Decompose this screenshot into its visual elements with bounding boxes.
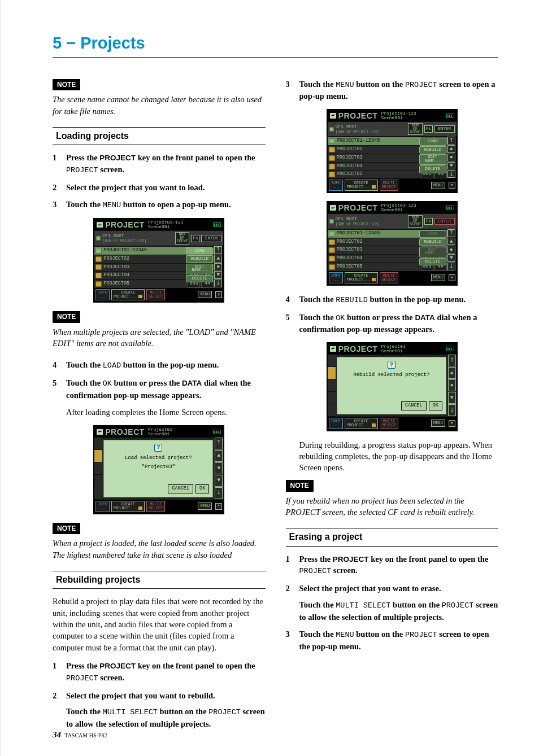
body-text: Rebuild a project to play data files tha… <box>53 596 266 653</box>
col-enter[interactable]: ENTER <box>201 235 221 242</box>
scroll-bottom-icon[interactable]: ⤓ <box>215 487 223 499</box>
scroll-up-icon[interactable]: ▲ <box>447 145 455 153</box>
scroll-thumb-icon[interactable]: ● <box>215 462 223 474</box>
footer-info-button[interactable]: INFO... <box>329 272 343 283</box>
back-icon[interactable]: ↩ <box>330 205 336 211</box>
scroll-up-icon[interactable]: ▲ <box>215 450 223 462</box>
col-fs[interactable]: Fs <box>424 125 433 133</box>
footer-menu-button[interactable]: MENU <box>198 502 212 510</box>
footer-create-button[interactable]: CREATEPROJECT... <box>345 180 378 191</box>
footer-menu-button[interactable]: MENU <box>431 182 445 189</box>
back-icon[interactable]: ↩ <box>330 346 336 352</box>
scroll-sidebar[interactable]: ⤒ ▲ ● ▼ ⤓ <box>447 229 455 271</box>
scroll-sidebar[interactable]: ⤒ ▲ ● ▼ ⤓ <box>214 246 222 288</box>
col-fs[interactable]: Fs <box>191 235 199 242</box>
scroll-down-icon[interactable]: ▼ <box>447 254 455 262</box>
popup-edit-name-button[interactable]: EDITNAME... <box>419 154 446 165</box>
footer-multi-button[interactable]: MULTISELECT <box>380 272 398 283</box>
footer-menu-button[interactable]: MENU <box>431 274 445 281</box>
scroll-top-icon[interactable]: ⤒ <box>447 229 455 237</box>
scroll-sidebar[interactable]: ⤒ ▲ ● ▼ ⤓ <box>215 438 223 500</box>
scroll-top-icon[interactable]: ⤒ <box>214 246 222 254</box>
footer-multi-button[interactable]: MULTISELECT <box>380 418 398 429</box>
menu-close-icon[interactable]: ▾ <box>449 182 455 189</box>
footer-create-button[interactable]: CREATEPROJECT... <box>111 289 145 300</box>
step-body: Touch the MENU button on the PROJECT scr… <box>299 78 499 102</box>
menu-close-icon[interactable]: ▾ <box>215 291 222 298</box>
footer-multi-button[interactable]: MULTISELECT <box>380 180 398 191</box>
footer-menu-button[interactable]: MENU <box>431 419 445 427</box>
scroll-top-icon[interactable]: ⤒ <box>447 137 455 145</box>
menu-close-icon[interactable]: ▾ <box>449 274 455 281</box>
step-number: 1 <box>53 152 60 176</box>
scroll-top-icon[interactable]: ⤒ <box>215 438 223 449</box>
scroll-bottom-icon[interactable]: ⤓ <box>447 263 455 270</box>
back-icon[interactable]: ↩ <box>97 222 103 228</box>
folder-icon <box>95 281 102 287</box>
step-number: 4 <box>53 359 60 372</box>
popup-edit-name-button[interactable]: EDITNAME... <box>186 264 213 274</box>
menu-close-icon[interactable]: ▾ <box>215 503 222 510</box>
scroll-thumb-icon[interactable]: ● <box>447 154 455 161</box>
back-icon[interactable]: ↩ <box>330 113 336 119</box>
step-body: Touch the OK button or press the DATA di… <box>66 377 266 401</box>
col-num-scene[interactable]: NUMOFSCENE <box>408 123 423 136</box>
scroll-bottom-icon[interactable]: ⤓ <box>448 404 456 416</box>
scroll-bottom-icon[interactable]: ⤓ <box>214 279 222 287</box>
cancel-button[interactable]: CANCEL <box>168 484 193 493</box>
footer-multi-button[interactable]: MULTISELECT <box>146 289 165 300</box>
step-body: Touch the LOAD button in the pop-up menu… <box>66 359 266 372</box>
scroll-down-icon[interactable]: ▼ <box>447 162 455 170</box>
left-column: NOTE The scene name cannot be changed la… <box>53 78 266 736</box>
col-num-scene[interactable]: NUMOFSCENE <box>408 215 423 228</box>
step-number: 5 <box>286 312 294 335</box>
footer-menu-button[interactable]: MENU <box>198 291 212 298</box>
footer-info-button[interactable]: INFO... <box>329 418 343 429</box>
footer-multi-button[interactable]: MULTISELECT <box>146 501 165 512</box>
step-body: Press the PROJECT key on the front panel… <box>66 660 266 684</box>
lcd-project-menu-load: ↩ PROJECT Project01-123Scene001 CF1 ROOT… <box>53 218 266 302</box>
back-icon[interactable]: ↩ <box>97 429 103 435</box>
ok-button[interactable]: OK <box>429 401 442 410</box>
scroll-thumb-icon[interactable]: ● <box>448 379 456 391</box>
col-fs[interactable]: Fs <box>424 218 433 225</box>
screen-title: PROJECT <box>105 220 145 229</box>
popup-load-button[interactable]: LOAD <box>186 247 213 255</box>
footer-create-button[interactable]: CREATEPROJECT... <box>111 501 145 512</box>
page-title: 5 − Projects <box>53 32 498 58</box>
footer-info-button[interactable]: INFO... <box>95 501 110 512</box>
menu-close-icon[interactable]: ▾ <box>449 420 455 427</box>
ok-button[interactable]: OK <box>195 484 209 493</box>
popup-rebuild-button[interactable]: REBUILD <box>419 238 446 246</box>
scroll-up-icon[interactable]: ▲ <box>447 238 455 246</box>
step-body: Press the PROJECT key on the front panel… <box>299 553 499 578</box>
battery-icon <box>446 347 454 351</box>
col-num-scene[interactable]: NUMOFSCENE <box>175 232 190 244</box>
scroll-up-icon[interactable]: ▲ <box>214 255 222 263</box>
popup-rebuild-button[interactable]: REBUILD <box>419 146 446 154</box>
folder-icon <box>329 239 335 245</box>
popup-rebuild-button[interactable]: REBUILD <box>186 255 213 263</box>
scroll-up-icon[interactable]: ▲ <box>448 367 456 379</box>
scroll-down-icon[interactable]: ▼ <box>215 475 223 487</box>
footer-create-button[interactable]: CREATEPROJECT... <box>345 418 378 429</box>
col-enter[interactable]: ENTER <box>434 125 455 133</box>
scroll-down-icon[interactable]: ▼ <box>448 392 456 404</box>
popup-delete-button[interactable]: DELETE <box>419 165 446 173</box>
cancel-button[interactable]: CANCEL <box>401 401 427 410</box>
scroll-sidebar[interactable]: ⤒ ▲ ● ▼ ⤓ <box>447 137 455 178</box>
footer-info-button[interactable]: INFO... <box>329 180 343 191</box>
scroll-thumb-icon[interactable]: ● <box>214 263 222 271</box>
scroll-sidebar[interactable]: ⤒ ▲ ● ▼ ⤓ <box>448 355 456 417</box>
scroll-bottom-icon[interactable]: ⤓ <box>447 170 455 178</box>
scroll-thumb-icon[interactable]: ● <box>447 246 455 254</box>
step-body: Select the project that you want to eras… <box>299 583 499 622</box>
scroll-down-icon[interactable]: ▼ <box>214 271 222 279</box>
footer-create-button[interactable]: CREATEPROJECT... <box>345 272 378 283</box>
popup-load-button[interactable]: LOAD <box>419 138 446 146</box>
col-enter[interactable]: ENTER <box>434 218 455 225</box>
scroll-top-icon[interactable]: ⤒ <box>448 355 456 366</box>
popup-delete-button[interactable]: DELETE <box>419 258 446 266</box>
popup-delete-button[interactable]: DELETE <box>186 275 213 283</box>
footer-info-button[interactable]: INFO... <box>95 289 110 300</box>
